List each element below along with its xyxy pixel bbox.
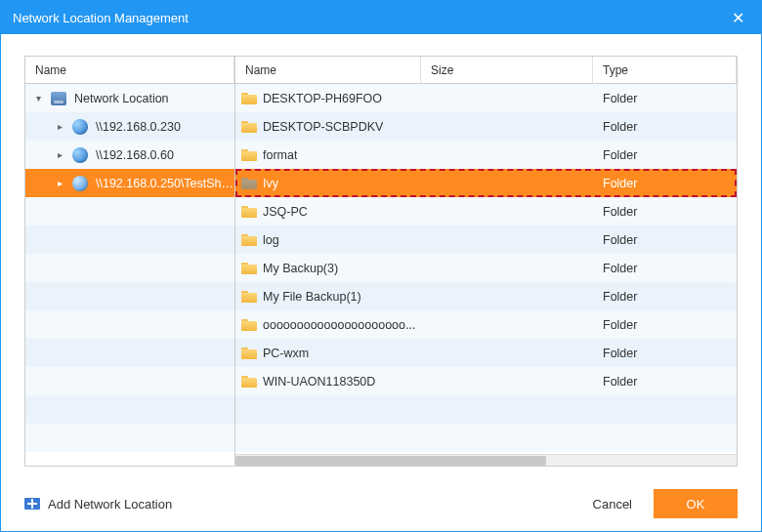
list-item-type: Folder <box>593 262 737 275</box>
list-item-name: My Backup(3) <box>263 262 338 275</box>
list-row[interactable]: JSQ-PCFolder <box>235 197 737 225</box>
list-row[interactable]: formatFolder <box>235 141 737 169</box>
titlebar[interactable]: Network Location Management ✕ <box>1 1 761 34</box>
tree-row-empty <box>25 254 234 282</box>
column-header-name[interactable]: Name <box>235 57 421 83</box>
folder-icon <box>241 177 257 189</box>
horizontal-scrollbar[interactable] <box>235 454 737 466</box>
list-item-type: Folder <box>593 375 737 389</box>
folder-icon <box>241 318 257 331</box>
chevron-right-icon[interactable]: ▸ <box>53 149 66 160</box>
list-panel: Name Size Type DESKTOP-PH69FOOFolderDESK… <box>235 56 738 467</box>
list-row[interactable]: My File Backup(1)Folder <box>235 282 737 310</box>
content-area: Name ▾Network Location▸\\192.168.0.230▸\… <box>1 34 761 476</box>
tree-row-2[interactable]: ▸\\192.168.0.60 <box>25 141 234 169</box>
folder-icon <box>241 347 257 359</box>
chevron-right-icon[interactable]: ▸ <box>53 178 66 188</box>
folder-icon <box>241 233 257 246</box>
list-row[interactable]: My Backup(3)Folder <box>235 254 737 282</box>
list-item-name: WIN-UAON118350D <box>263 375 375 389</box>
tree-row-empty <box>25 424 234 452</box>
list-item-type: Folder <box>593 347 737 360</box>
list-header: Name Size Type <box>235 57 737 84</box>
list-row[interactable]: DESKTOP-PH69FOOFolder <box>235 84 737 112</box>
column-header-type[interactable]: Type <box>593 57 737 83</box>
folder-icon <box>241 148 257 161</box>
window-title: Network Location Management <box>13 11 726 25</box>
list-item-type: Folder <box>593 318 737 332</box>
list-item-type: Folder <box>593 177 737 190</box>
list-item-type: Folder <box>593 148 737 162</box>
list-item-type: Folder <box>593 233 737 247</box>
scrollbar-thumb[interactable] <box>235 456 546 466</box>
tree-row-empty <box>25 339 234 367</box>
bottom-bar: Add Network Location Cancel OK <box>1 476 761 531</box>
folder-icon <box>241 375 257 388</box>
list-item-name: ooooooooooooooooooooo... <box>263 318 415 332</box>
list-item-type: Folder <box>593 290 737 304</box>
tree-row-empty <box>25 395 234 424</box>
folder-icon <box>241 205 257 218</box>
add-icon <box>24 498 40 510</box>
list-item-name: log <box>263 233 279 247</box>
list-item-type: Folder <box>593 92 737 105</box>
folder-icon <box>241 92 257 104</box>
tree-header-name: Name <box>35 63 66 77</box>
tree-row-1[interactable]: ▸\\192.168.0.230 <box>25 112 234 141</box>
list-item-name: PC-wxm <box>263 347 309 360</box>
folder-icon <box>241 262 257 274</box>
close-icon[interactable]: ✕ <box>726 6 749 29</box>
tree-row-empty <box>25 310 234 339</box>
list-item-name: My File Backup(1) <box>263 290 361 304</box>
tree-row-empty <box>25 282 234 310</box>
add-network-location-button[interactable]: Add Network Location <box>24 497 172 512</box>
list-item-name: JSQ-PC <box>263 205 308 219</box>
ok-button[interactable]: OK <box>654 489 738 518</box>
tree-row-empty <box>25 225 234 254</box>
list-item-name: DESKTOP-SCBPDKV <box>263 120 383 134</box>
folder-icon <box>241 120 257 133</box>
list-row[interactable]: PC-wxmFolder <box>235 339 737 367</box>
list-item-type: Folder <box>593 205 737 219</box>
chevron-down-icon[interactable]: ▾ <box>31 93 45 103</box>
chevron-right-icon[interactable]: ▸ <box>53 121 66 132</box>
tree-row-empty <box>25 367 234 395</box>
globe-icon <box>70 119 90 135</box>
tree-header[interactable]: Name <box>25 57 234 84</box>
list-row[interactable]: WIN-UAON118350DFolder <box>235 367 737 395</box>
add-network-label: Add Network Location <box>48 497 172 512</box>
tree-row-3[interactable]: ▸\\192.168.0.250\TestSh… <box>25 169 234 197</box>
tree-item-label: Network Location <box>74 92 169 105</box>
folder-icon <box>241 290 257 303</box>
list-item-name: Ivy <box>263 177 278 190</box>
list-item-name: format <box>263 148 297 162</box>
list-row[interactable]: ooooooooooooooooooooo...Folder <box>235 310 737 339</box>
globe-icon <box>70 147 90 163</box>
column-header-size[interactable]: Size <box>421 57 593 83</box>
tree-item-label: \\192.168.0.250\TestSh… <box>96 177 233 190</box>
cancel-button[interactable]: Cancel <box>572 489 654 518</box>
tree-body: ▾Network Location▸\\192.168.0.230▸\\192.… <box>25 84 234 466</box>
list-item-type: Folder <box>593 120 737 134</box>
tree-panel: Name ▾Network Location▸\\192.168.0.230▸\… <box>24 56 235 467</box>
tree-item-label: \\192.168.0.60 <box>96 148 174 162</box>
list-row[interactable]: IvyFolder <box>235 169 737 197</box>
network-icon <box>49 92 68 105</box>
list-body: DESKTOP-PH69FOOFolderDESKTOP-SCBPDKVFold… <box>235 84 737 466</box>
globe-icon <box>70 176 90 191</box>
list-item-name: DESKTOP-PH69FOO <box>263 92 382 105</box>
list-row-empty <box>235 424 737 452</box>
tree-row-0[interactable]: ▾Network Location <box>25 84 234 112</box>
tree-row-empty <box>25 197 234 225</box>
list-row[interactable]: logFolder <box>235 225 737 254</box>
list-row-empty <box>235 395 737 424</box>
tree-item-label: \\192.168.0.230 <box>96 120 181 134</box>
list-row[interactable]: DESKTOP-SCBPDKVFolder <box>235 112 737 141</box>
